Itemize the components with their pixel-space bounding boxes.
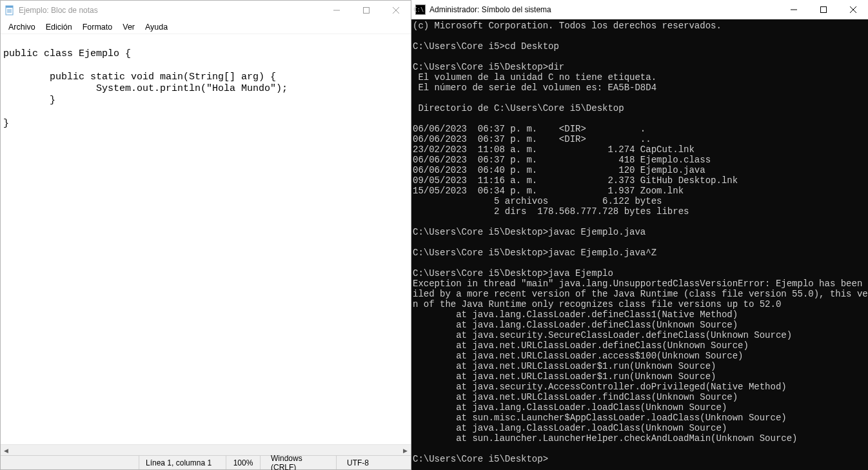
svg-rect-10 xyxy=(821,7,827,13)
cmd-title: Administrador: Símbolo del sistema xyxy=(429,5,551,14)
close-button[interactable] xyxy=(381,1,411,20)
notepad-statusbar: Línea 1, columna 1 100% Windows (CRLF) U… xyxy=(1,455,411,469)
svg-rect-6 xyxy=(364,8,370,14)
notepad-window: Ejemplo: Bloc de notas Archivo Edición F… xyxy=(0,0,411,470)
menu-view[interactable]: Ver xyxy=(117,21,140,33)
status-zoom: 100% xyxy=(226,456,261,469)
cmd-app-icon: C:\. xyxy=(415,5,426,15)
svg-rect-1 xyxy=(6,6,13,8)
menu-format[interactable]: Formato xyxy=(77,21,118,33)
menu-edit[interactable]: Edición xyxy=(41,21,77,33)
notepad-app-icon xyxy=(5,5,15,15)
notepad-horizontal-scrollbar[interactable]: ◀ ▶ xyxy=(1,444,411,455)
scroll-right-icon[interactable]: ▶ xyxy=(400,445,411,456)
cmd-titlebar[interactable]: C:\. Administrador: Símbolo del sistema xyxy=(411,0,868,19)
status-encoding: UTF-8 xyxy=(337,456,411,469)
notepad-title: Ejemplo: Bloc de notas xyxy=(19,6,98,15)
cmd-output[interactable]: (c) Microsoft Corporation. Todos los der… xyxy=(411,19,868,470)
notepad-editor[interactable]: public class Ejemplo { public static voi… xyxy=(1,34,411,444)
maximize-button[interactable] xyxy=(351,1,381,20)
status-cursor-position: Línea 1, columna 1 xyxy=(139,456,226,469)
menu-help[interactable]: Ayuda xyxy=(140,21,173,33)
scroll-left-icon[interactable]: ◀ xyxy=(1,445,12,456)
minimize-button[interactable] xyxy=(779,0,809,19)
notepad-titlebar[interactable]: Ejemplo: Bloc de notas xyxy=(1,1,411,20)
command-prompt-window: C:\. Administrador: Símbolo del sistema … xyxy=(411,0,868,470)
close-button[interactable] xyxy=(838,0,868,19)
notepad-menubar: Archivo Edición Formato Ver Ayuda xyxy=(1,20,411,34)
menu-file[interactable]: Archivo xyxy=(3,21,41,33)
maximize-button[interactable] xyxy=(809,0,838,19)
minimize-button[interactable] xyxy=(322,1,351,20)
status-line-ending: Windows (CRLF) xyxy=(261,456,337,469)
